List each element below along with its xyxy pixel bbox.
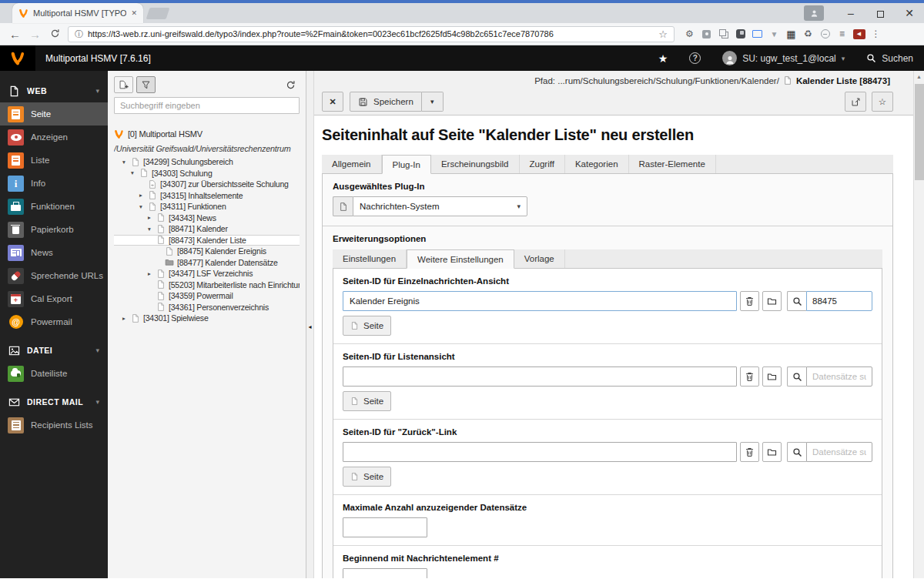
module-powermail[interactable]: @ Powermail bbox=[0, 310, 108, 333]
browser-profile-button[interactable] bbox=[804, 5, 824, 21]
tree-item[interactable]: ▸[34315] Inhaltselemente bbox=[114, 190, 300, 202]
browse-records-button[interactable] bbox=[762, 442, 782, 462]
reload-button[interactable] bbox=[48, 28, 62, 41]
module-papierkorb[interactable]: Papierkorb bbox=[0, 218, 108, 241]
single-view-input[interactable] bbox=[343, 291, 737, 311]
browser-menu-button[interactable]: ⋮ bbox=[869, 28, 882, 41]
start-element-input[interactable] bbox=[343, 568, 427, 578]
tree-item[interactable]: [88477] Kalender Datensätze bbox=[114, 257, 300, 269]
site-info-icon[interactable]: ⓘ bbox=[75, 28, 83, 40]
clear-field-button[interactable] bbox=[740, 291, 759, 311]
bookmark-star-icon[interactable]: ☆ bbox=[658, 28, 668, 40]
extension-clock-icon[interactable] bbox=[819, 28, 832, 41]
record-search-input[interactable] bbox=[806, 366, 872, 387]
clear-field-button[interactable] bbox=[740, 366, 759, 387]
forward-button[interactable]: → bbox=[28, 28, 42, 41]
typo3-logo[interactable] bbox=[0, 45, 35, 71]
collapse-icon[interactable]: ▸ bbox=[122, 315, 131, 322]
tab-close-icon[interactable]: ✕ bbox=[131, 9, 137, 17]
view-webpage-button[interactable] bbox=[845, 92, 866, 112]
module-anzeigen[interactable]: Anzeigen bbox=[0, 126, 108, 149]
tree-item[interactable]: ▸[34343] News bbox=[114, 213, 300, 224]
tree-item[interactable]: [34361] Personenverzeichnis bbox=[114, 302, 300, 313]
module-cal-export[interactable]: + Cal Export bbox=[0, 287, 108, 310]
extension-puzzle-icon[interactable] bbox=[700, 28, 713, 41]
browser-tab[interactable]: Multiportal HSMV [TYPO ✕ bbox=[12, 3, 143, 23]
record-search-input[interactable] bbox=[806, 442, 872, 462]
extension-dark-square-icon[interactable] bbox=[734, 28, 747, 41]
module-sprechende-urls[interactable]: Sprechende URLs bbox=[0, 264, 108, 287]
module-dateiliste[interactable]: Dateiliste bbox=[0, 362, 108, 385]
save-options-button[interactable]: ▾ bbox=[422, 92, 444, 112]
module-group-datei[interactable]: DATEI ▾ bbox=[0, 339, 108, 362]
extension-filter-icon[interactable]: ▼ bbox=[768, 28, 781, 41]
bookmark-page-button[interactable]: ☆ bbox=[872, 92, 893, 112]
expand-icon[interactable]: ▾ bbox=[122, 159, 131, 166]
browse-records-button[interactable] bbox=[762, 291, 782, 311]
tree-item[interactable]: ▸[34347] LSF Verzeichnis bbox=[114, 268, 300, 279]
window-close-button[interactable]: ✕ bbox=[895, 2, 924, 25]
tree-item[interactable]: [55203] Mitarbeiterliste nach Einrichtun… bbox=[114, 279, 300, 291]
browse-records-button[interactable] bbox=[762, 366, 782, 387]
module-liste[interactable]: Liste bbox=[0, 149, 108, 172]
module-info[interactable]: i Info bbox=[0, 172, 108, 195]
module-funktionen[interactable]: Funktionen bbox=[0, 195, 108, 218]
user-menu[interactable]: SU: ugw_test_1@local ▾ bbox=[711, 45, 855, 71]
tab-kategorien[interactable]: Kategorien bbox=[565, 155, 629, 173]
new-tab-button[interactable] bbox=[146, 8, 170, 19]
module-group-direct-mail[interactable]: DIRECT MAIL ▾ bbox=[0, 390, 108, 413]
expand-icon[interactable]: ▾ bbox=[148, 226, 156, 233]
seite-button[interactable]: Seite bbox=[343, 391, 391, 411]
tab-allgemein[interactable]: Allgemein bbox=[322, 155, 382, 173]
collapse-icon[interactable]: ▸ bbox=[148, 270, 156, 277]
module-news[interactable]: News bbox=[0, 241, 108, 264]
tab-raster-elemente[interactable]: Raster-Elemente bbox=[629, 155, 716, 173]
search-records-button[interactable] bbox=[787, 291, 806, 311]
module-group-web[interactable]: WEB ▾ bbox=[0, 79, 108, 102]
tree-search-input[interactable] bbox=[114, 97, 300, 114]
tab-erscheinungsbild[interactable]: Erscheinungsbild bbox=[431, 155, 520, 173]
extension-gear-icon[interactable]: ⚙ bbox=[683, 28, 696, 41]
extension-screenshot-icon[interactable] bbox=[751, 28, 764, 41]
search-records-button[interactable] bbox=[787, 442, 806, 462]
scrollbar-thumb[interactable] bbox=[915, 84, 924, 180]
tab-einstellungen[interactable]: Einstellungen bbox=[333, 249, 407, 268]
filter-button[interactable] bbox=[136, 76, 156, 93]
seite-button[interactable]: Seite bbox=[343, 316, 391, 336]
clear-field-button[interactable] bbox=[740, 442, 759, 462]
tree-root-item[interactable]: [0] Multiportal HSMV bbox=[114, 127, 300, 141]
tree-item[interactable]: ▸[34301] Spielwiese bbox=[114, 313, 300, 324]
collapse-icon[interactable]: ▸ bbox=[148, 214, 156, 221]
tree-item[interactable]: [34359] Powermail bbox=[114, 290, 300, 302]
seite-button[interactable]: Seite bbox=[343, 467, 391, 487]
url-bar[interactable]: ⓘ https://t3-web.rz.uni-greifswald.de/ty… bbox=[68, 26, 675, 42]
tree-item[interactable]: ▾[34303] Schulung bbox=[114, 168, 300, 179]
record-search-input[interactable] bbox=[806, 291, 872, 311]
save-button[interactable]: Speichern bbox=[350, 92, 422, 112]
tree-item[interactable]: ▾[34299] Schulungsbereich bbox=[114, 156, 300, 168]
back-button[interactable]: ← bbox=[8, 28, 22, 41]
tree-item[interactable]: [88475] Kalender Ereignis bbox=[114, 246, 300, 257]
module-seite[interactable]: Seite bbox=[0, 102, 108, 126]
back-link-input[interactable] bbox=[343, 442, 737, 462]
window-maximize-button[interactable] bbox=[865, 2, 895, 25]
max-records-input[interactable] bbox=[343, 517, 427, 537]
module-recipients-lists[interactable]: Recipients Lists bbox=[0, 413, 108, 437]
extension-copy-icon[interactable] bbox=[717, 28, 730, 41]
tree-item[interactable]: [34307] zur Übersichtsseite Schulung bbox=[114, 179, 300, 190]
search-toolbar-button[interactable]: Suchen bbox=[855, 45, 924, 71]
tree-item[interactable]: ▾[34311] Funktionen bbox=[114, 201, 300, 213]
list-view-input[interactable] bbox=[343, 366, 737, 387]
tab-zugriff[interactable]: Zugriff bbox=[520, 155, 565, 173]
extension-recycle-icon[interactable]: ♻ bbox=[802, 28, 815, 41]
tree-item-selected[interactable]: [88473] Kalender Liste bbox=[114, 235, 300, 246]
tree-splitter[interactable]: ◂ bbox=[306, 71, 314, 578]
scroll-up-arrow[interactable]: ▲ bbox=[914, 71, 924, 82]
window-minimize-button[interactable]: – bbox=[836, 2, 865, 25]
tab-weitere-einstellungen[interactable]: Weitere Einstellungen bbox=[407, 249, 514, 269]
tab-plug-in[interactable]: Plug-In bbox=[382, 155, 431, 174]
collapse-tree-handle[interactable]: ◂ bbox=[306, 317, 313, 336]
collapse-icon[interactable]: ▸ bbox=[139, 192, 148, 199]
tree-item[interactable]: ▾[88471] Kalender bbox=[114, 223, 300, 235]
new-page-button[interactable] bbox=[114, 76, 133, 93]
